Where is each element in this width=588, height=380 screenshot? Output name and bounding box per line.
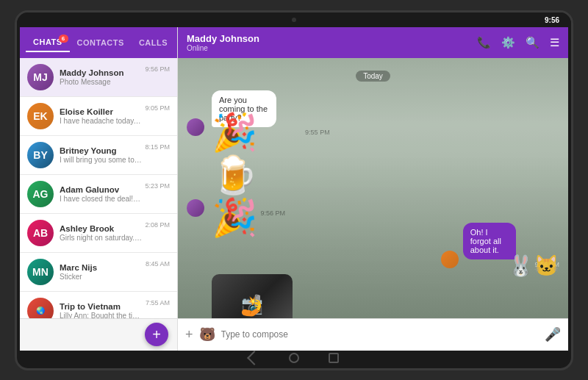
avatar: 🌏 xyxy=(27,298,54,318)
tab-contacts[interactable]: CONTACTS xyxy=(70,34,132,51)
back-button[interactable] xyxy=(247,351,262,365)
chat-time: 8:15 PM xyxy=(145,143,170,151)
list-item[interactable]: BY Britney Young I will bring you some t… xyxy=(20,136,177,175)
avatar: MJ xyxy=(27,64,54,90)
message-row: 🎉🍺🎉 9:56 PM xyxy=(187,142,559,217)
list-item[interactable]: MJ Maddy Johnson Photo Message 9:56 PM xyxy=(20,58,177,97)
chat-preview: I will bring you some tomorrow! xyxy=(60,156,142,164)
photo-bubble: 🤳 xyxy=(212,274,257,318)
new-chat-button[interactable]: + xyxy=(145,323,168,346)
chat-preview: I have closed the deal! Let's celebrate!… xyxy=(60,195,142,203)
chat-name: Britney Young xyxy=(60,146,142,155)
list-item[interactable]: AB Ashley Brook Girls night on saturday.… xyxy=(20,214,177,253)
status-bar-time: 9:56 xyxy=(545,16,559,24)
chat-time: 5:23 PM xyxy=(145,182,170,190)
list-item[interactable]: MN Marc Nijs Sticker 8:45 AM xyxy=(20,253,177,292)
sidebar: CHATS 6 CONTACTS CALLS MJ Madd xyxy=(20,27,178,351)
chat-preview: Girls night on saturday. Are you in? xyxy=(60,234,142,242)
search-icon[interactable]: 🔍 xyxy=(526,36,539,49)
avatar: MN xyxy=(27,259,54,285)
avatar: AB xyxy=(27,220,54,246)
list-item[interactable]: AG Adam Galunov I have closed the deal! … xyxy=(20,175,177,214)
chat-name: Trip to Vietnam xyxy=(60,302,143,311)
chat-preview: Photo Message xyxy=(60,78,142,86)
list-item[interactable]: 🌏 Trip to Vietnam Lilly Ann: Bought the … xyxy=(20,292,177,318)
sticker-image: 🎉🍺🎉 xyxy=(212,142,285,208)
chat-preview: Sticker xyxy=(60,273,143,281)
photo-image: 🤳 xyxy=(212,274,293,318)
menu-icon[interactable]: ☰ xyxy=(550,36,559,49)
settings-icon[interactable]: ⚙️ xyxy=(501,36,515,49)
sticker-decoration: 🐰🐱 xyxy=(508,254,559,278)
messages-area: Today Are you coming to the party? 9:55 … xyxy=(178,58,568,318)
main-chat: Maddy Johnson Online 📞 ⚙️ 🔍 ☰ Today xyxy=(178,27,568,351)
mic-icon[interactable]: 🎤 xyxy=(545,326,561,343)
phone-icon[interactable]: 📞 xyxy=(477,36,491,49)
list-item[interactable]: EK Eloise Koiller I have headache today,… xyxy=(20,97,177,136)
tab-calls[interactable]: CALLS xyxy=(132,34,175,51)
chat-header-actions: 📞 ⚙️ 🔍 ☰ xyxy=(477,36,559,49)
chat-name: Adam Galunov xyxy=(60,185,142,194)
tab-chats[interactable]: CHATS 6 xyxy=(26,33,70,52)
chat-time: 8:45 AM xyxy=(146,260,170,268)
chat-preview: Lilly Ann: Bought the ticket! xyxy=(60,312,143,318)
avatar: EK xyxy=(27,103,54,129)
chat-time: 7:55 AM xyxy=(146,299,170,306)
recent-apps-button[interactable] xyxy=(329,353,339,363)
chat-header-name: Maddy Johnson xyxy=(187,33,259,44)
tablet-top-bar: 9:56 xyxy=(17,12,571,27)
chat-header-info: Maddy Johnson Online xyxy=(187,33,259,52)
home-button[interactable] xyxy=(289,353,299,363)
chat-name: Marc Nijs xyxy=(60,263,143,272)
app-container: CHATS 6 CONTACTS CALLS MJ Madd xyxy=(20,27,568,351)
chat-name: Eloise Koiller xyxy=(60,107,142,116)
sticker-bubble: 🎉🍺🎉 xyxy=(212,142,252,208)
compose-input[interactable] xyxy=(221,329,539,340)
chat-list: MJ Maddy Johnson Photo Message 9:56 PM E… xyxy=(20,58,177,318)
sticker-icon[interactable]: 🐻 xyxy=(199,326,215,343)
chat-preview: I have headache today, let's meet next w… xyxy=(60,117,142,125)
message-row: 🤳 9:56 PM xyxy=(187,274,559,318)
tablet-bottom-bar xyxy=(20,351,568,365)
chat-name: Maddy Johnson xyxy=(60,68,142,77)
tablet-frame: 9:56 CHATS 6 CONTACTS CALLS xyxy=(15,10,573,370)
plus-icon[interactable]: + xyxy=(185,327,193,343)
sidebar-tabs: CHATS 6 CONTACTS CALLS xyxy=(20,27,177,58)
chats-badge: 6 xyxy=(59,35,68,43)
tablet-camera xyxy=(292,18,296,22)
message-avatar xyxy=(187,199,204,217)
avatar: AG xyxy=(27,181,54,207)
chat-time: 2:08 PM xyxy=(145,221,170,229)
chat-header-status: Online xyxy=(187,44,259,52)
chat-name: Ashley Brook xyxy=(60,224,142,233)
tablet-screen: CHATS 6 CONTACTS CALLS MJ Madd xyxy=(20,27,568,365)
compose-bar: + 🐻 🎤 xyxy=(178,318,568,351)
chat-header: Maddy Johnson Online 📞 ⚙️ 🔍 ☰ xyxy=(178,27,568,58)
date-badge: Today xyxy=(187,68,559,82)
chat-time: 9:05 PM xyxy=(145,104,170,112)
chat-time: 9:56 PM xyxy=(145,65,170,73)
message-avatar xyxy=(187,118,204,136)
sidebar-bottom: + xyxy=(20,318,177,351)
message-avatar xyxy=(441,251,459,268)
avatar: BY xyxy=(27,142,54,168)
